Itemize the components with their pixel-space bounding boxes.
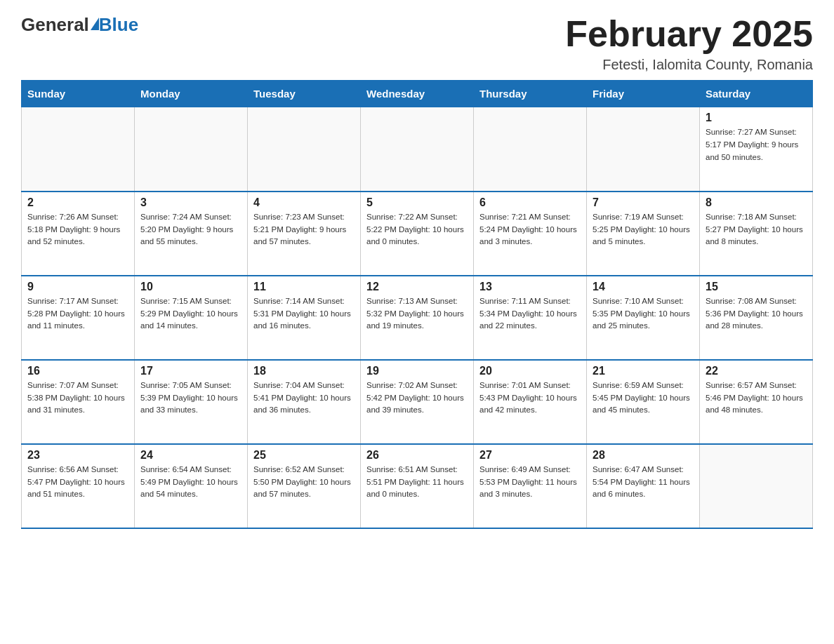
logo-blue-text: Blue bbox=[99, 14, 138, 36]
day-number: 5 bbox=[366, 196, 468, 209]
calendar-day-cell: 4Sunrise: 7:23 AM Sunset: 5:21 PM Daylig… bbox=[248, 192, 361, 276]
day-info: Sunrise: 7:04 AM Sunset: 5:41 PM Dayligh… bbox=[253, 380, 355, 417]
calendar-day-cell: 14Sunrise: 7:10 AM Sunset: 5:35 PM Dayli… bbox=[587, 276, 700, 360]
calendar-day-cell: 20Sunrise: 7:01 AM Sunset: 5:43 PM Dayli… bbox=[474, 360, 587, 444]
calendar-table: SundayMondayTuesdayWednesdayThursdayFrid… bbox=[21, 80, 813, 529]
calendar-day-cell: 9Sunrise: 7:17 AM Sunset: 5:28 PM Daylig… bbox=[22, 276, 135, 360]
calendar-day-cell: 16Sunrise: 7:07 AM Sunset: 5:38 PM Dayli… bbox=[22, 360, 135, 444]
calendar-day-cell: 2Sunrise: 7:26 AM Sunset: 5:18 PM Daylig… bbox=[22, 192, 135, 276]
calendar-day-cell: 28Sunrise: 6:47 AM Sunset: 5:54 PM Dayli… bbox=[587, 444, 700, 528]
calendar-day-cell bbox=[361, 107, 474, 192]
day-info: Sunrise: 7:08 AM Sunset: 5:36 PM Dayligh… bbox=[706, 295, 807, 333]
day-number: 15 bbox=[706, 281, 807, 293]
day-number: 23 bbox=[27, 449, 128, 462]
weekday-header-monday: Monday bbox=[135, 81, 248, 107]
day-info: Sunrise: 7:13 AM Sunset: 5:32 PM Dayligh… bbox=[366, 295, 468, 333]
day-number: 24 bbox=[140, 449, 241, 462]
weekday-header-wednesday: Wednesday bbox=[361, 81, 474, 107]
calendar-day-cell: 19Sunrise: 7:02 AM Sunset: 5:42 PM Dayli… bbox=[361, 360, 474, 444]
day-number: 26 bbox=[366, 449, 468, 462]
day-number: 20 bbox=[479, 365, 581, 377]
day-info: Sunrise: 7:18 AM Sunset: 5:27 PM Dayligh… bbox=[706, 211, 807, 248]
calendar-day-cell: 1Sunrise: 7:27 AM Sunset: 5:17 PM Daylig… bbox=[700, 107, 813, 192]
day-info: Sunrise: 6:47 AM Sunset: 5:54 PM Dayligh… bbox=[593, 464, 694, 501]
day-number: 12 bbox=[366, 281, 468, 293]
day-info: Sunrise: 6:54 AM Sunset: 5:49 PM Dayligh… bbox=[140, 464, 241, 501]
calendar-day-cell: 25Sunrise: 6:52 AM Sunset: 5:50 PM Dayli… bbox=[248, 444, 361, 528]
day-info: Sunrise: 6:52 AM Sunset: 5:50 PM Dayligh… bbox=[253, 464, 355, 501]
day-number: 2 bbox=[27, 196, 128, 209]
day-info: Sunrise: 7:22 AM Sunset: 5:22 PM Dayligh… bbox=[366, 211, 468, 248]
weekday-header-saturday: Saturday bbox=[700, 81, 813, 107]
calendar-day-cell: 21Sunrise: 6:59 AM Sunset: 5:45 PM Dayli… bbox=[587, 360, 700, 444]
calendar-day-cell: 13Sunrise: 7:11 AM Sunset: 5:34 PM Dayli… bbox=[474, 276, 587, 360]
day-info: Sunrise: 7:07 AM Sunset: 5:38 PM Dayligh… bbox=[27, 380, 128, 417]
day-info: Sunrise: 7:14 AM Sunset: 5:31 PM Dayligh… bbox=[253, 295, 355, 333]
day-number: 13 bbox=[479, 281, 581, 293]
day-info: Sunrise: 7:10 AM Sunset: 5:35 PM Dayligh… bbox=[593, 295, 694, 333]
logo-blue-part: Blue bbox=[89, 14, 138, 36]
month-title: February 2025 bbox=[565, 14, 813, 54]
calendar-day-cell: 5Sunrise: 7:22 AM Sunset: 5:22 PM Daylig… bbox=[361, 192, 474, 276]
calendar-header: SundayMondayTuesdayWednesdayThursdayFrid… bbox=[22, 81, 813, 107]
weekday-header-tuesday: Tuesday bbox=[248, 81, 361, 107]
day-number: 3 bbox=[140, 196, 241, 209]
calendar-week-row: 16Sunrise: 7:07 AM Sunset: 5:38 PM Dayli… bbox=[22, 360, 813, 444]
day-info: Sunrise: 6:57 AM Sunset: 5:46 PM Dayligh… bbox=[706, 380, 807, 417]
calendar-week-row: 2Sunrise: 7:26 AM Sunset: 5:18 PM Daylig… bbox=[22, 192, 813, 276]
day-number: 1 bbox=[706, 112, 807, 124]
day-number: 28 bbox=[593, 449, 694, 462]
day-info: Sunrise: 7:11 AM Sunset: 5:34 PM Dayligh… bbox=[479, 295, 581, 333]
day-number: 16 bbox=[27, 365, 128, 377]
logo-triangle-icon bbox=[91, 18, 99, 30]
day-info: Sunrise: 6:49 AM Sunset: 5:53 PM Dayligh… bbox=[479, 464, 581, 501]
day-info: Sunrise: 6:56 AM Sunset: 5:47 PM Dayligh… bbox=[27, 464, 128, 501]
calendar-day-cell: 10Sunrise: 7:15 AM Sunset: 5:29 PM Dayli… bbox=[135, 276, 248, 360]
day-number: 25 bbox=[253, 449, 355, 462]
calendar-day-cell: 3Sunrise: 7:24 AM Sunset: 5:20 PM Daylig… bbox=[135, 192, 248, 276]
day-number: 9 bbox=[27, 281, 128, 293]
calendar-day-cell bbox=[248, 107, 361, 192]
day-info: Sunrise: 7:26 AM Sunset: 5:18 PM Dayligh… bbox=[27, 211, 128, 248]
weekday-header-friday: Friday bbox=[587, 81, 700, 107]
calendar-week-row: 23Sunrise: 6:56 AM Sunset: 5:47 PM Dayli… bbox=[22, 444, 813, 528]
day-number: 18 bbox=[253, 365, 355, 377]
title-block: February 2025 Fetesti, Ialomita County, … bbox=[565, 14, 813, 73]
day-info: Sunrise: 7:27 AM Sunset: 5:17 PM Dayligh… bbox=[706, 126, 807, 163]
weekday-header-row: SundayMondayTuesdayWednesdayThursdayFrid… bbox=[22, 81, 813, 107]
day-number: 10 bbox=[140, 281, 241, 293]
calendar-day-cell: 17Sunrise: 7:05 AM Sunset: 5:39 PM Dayli… bbox=[135, 360, 248, 444]
day-info: Sunrise: 6:59 AM Sunset: 5:45 PM Dayligh… bbox=[593, 380, 694, 417]
day-number: 14 bbox=[593, 281, 694, 293]
calendar-day-cell: 26Sunrise: 6:51 AM Sunset: 5:51 PM Dayli… bbox=[361, 444, 474, 528]
weekday-header-thursday: Thursday bbox=[474, 81, 587, 107]
calendar-day-cell: 6Sunrise: 7:21 AM Sunset: 5:24 PM Daylig… bbox=[474, 192, 587, 276]
calendar-day-cell bbox=[22, 107, 135, 192]
day-number: 19 bbox=[366, 365, 468, 377]
day-info: Sunrise: 7:21 AM Sunset: 5:24 PM Dayligh… bbox=[479, 211, 581, 248]
day-number: 11 bbox=[253, 281, 355, 293]
calendar-day-cell: 27Sunrise: 6:49 AM Sunset: 5:53 PM Dayli… bbox=[474, 444, 587, 528]
day-info: Sunrise: 7:24 AM Sunset: 5:20 PM Dayligh… bbox=[140, 211, 241, 248]
location-subtitle: Fetesti, Ialomita County, Romania bbox=[565, 57, 813, 73]
day-number: 17 bbox=[140, 365, 241, 377]
logo-general-text: General bbox=[21, 14, 89, 36]
calendar-day-cell: 7Sunrise: 7:19 AM Sunset: 5:25 PM Daylig… bbox=[587, 192, 700, 276]
day-number: 21 bbox=[593, 365, 694, 377]
calendar-week-row: 1Sunrise: 7:27 AM Sunset: 5:17 PM Daylig… bbox=[22, 107, 813, 192]
day-number: 4 bbox=[253, 196, 355, 209]
day-info: Sunrise: 6:51 AM Sunset: 5:51 PM Dayligh… bbox=[366, 464, 468, 501]
logo: General Blue bbox=[21, 14, 138, 36]
calendar-week-row: 9Sunrise: 7:17 AM Sunset: 5:28 PM Daylig… bbox=[22, 276, 813, 360]
calendar-day-cell bbox=[135, 107, 248, 192]
day-info: Sunrise: 7:17 AM Sunset: 5:28 PM Dayligh… bbox=[27, 295, 128, 333]
weekday-header-sunday: Sunday bbox=[22, 81, 135, 107]
day-info: Sunrise: 7:02 AM Sunset: 5:42 PM Dayligh… bbox=[366, 380, 468, 417]
day-number: 6 bbox=[479, 196, 581, 209]
calendar-day-cell: 15Sunrise: 7:08 AM Sunset: 5:36 PM Dayli… bbox=[700, 276, 813, 360]
day-number: 22 bbox=[706, 365, 807, 377]
day-info: Sunrise: 7:23 AM Sunset: 5:21 PM Dayligh… bbox=[253, 211, 355, 248]
day-number: 7 bbox=[593, 196, 694, 209]
calendar-day-cell: 18Sunrise: 7:04 AM Sunset: 5:41 PM Dayli… bbox=[248, 360, 361, 444]
calendar-day-cell: 23Sunrise: 6:56 AM Sunset: 5:47 PM Dayli… bbox=[22, 444, 135, 528]
